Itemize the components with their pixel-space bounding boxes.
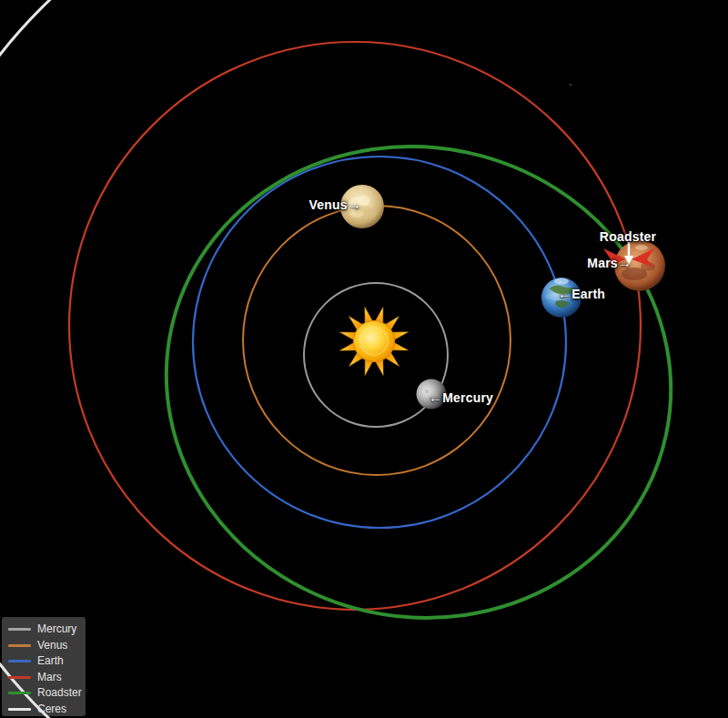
orbit-venus — [243, 206, 511, 475]
legend-label: Mars — [37, 672, 62, 683]
legend-item-mars: Mars — [2, 672, 86, 683]
label-text: Earth — [571, 287, 605, 301]
legend-item-ceres: Ceres — [2, 703, 86, 715]
sun — [339, 307, 408, 375]
star-dot — [569, 83, 571, 86]
legend: MercuryVenusEarthMarsRoadsterCeres — [2, 617, 86, 715]
legend-swatch — [8, 692, 31, 694]
orbit-roadster — [122, 100, 714, 664]
orbit-map-canvas[interactable]: MercuryVenusEarthMarsRoadsterCeres Venus… — [0, 0, 728, 718]
legend-item-mercury: Mercury — [2, 623, 86, 635]
legend-swatch — [8, 628, 31, 631]
legend-label: Ceres — [37, 703, 66, 715]
roadster-right-wing-icon — [632, 248, 654, 268]
sun-disc — [354, 321, 395, 362]
legend-swatch — [8, 644, 31, 647]
legend-item-venus: Venus — [2, 640, 86, 652]
label-earth: ←Earth — [558, 286, 605, 301]
arrow-right-icon: → — [348, 197, 361, 212]
label-venus: Venus→ — [309, 197, 361, 212]
arrow-left-icon: ← — [429, 389, 442, 405]
arrow-left-icon: ← — [558, 286, 571, 301]
orbit-ceres — [0, 0, 728, 718]
orbit-earth — [193, 157, 566, 528]
legend-label: Earth — [37, 655, 64, 667]
legend-swatch — [8, 708, 31, 711]
orbit-scene — [0, 0, 728, 718]
sun-rays-icon — [339, 307, 408, 375]
orbit-mercury — [304, 283, 448, 427]
legend-label: Mercury — [37, 623, 76, 635]
legend-label: Roadster — [37, 687, 82, 699]
orbit-mars — [69, 42, 641, 610]
legend-item-earth: Earth — [2, 655, 86, 667]
label-mercury: ←Mercury — [429, 389, 493, 405]
arrow-right-icon: → — [618, 255, 632, 270]
label-mars: Mars→ — [587, 255, 632, 270]
legend-item-roadster: Roadster — [2, 687, 86, 699]
legend-swatch — [8, 676, 31, 679]
label-text: Mercury — [442, 390, 493, 405]
label-roadster: Roadster — [600, 229, 656, 244]
legend-label: Venus — [37, 640, 67, 652]
label-text: Roadster — [600, 229, 656, 244]
label-text: Mars — [587, 256, 617, 270]
legend-swatch — [8, 660, 31, 662]
orbit-layer — [0, 0, 728, 718]
label-text: Venus — [309, 197, 348, 212]
